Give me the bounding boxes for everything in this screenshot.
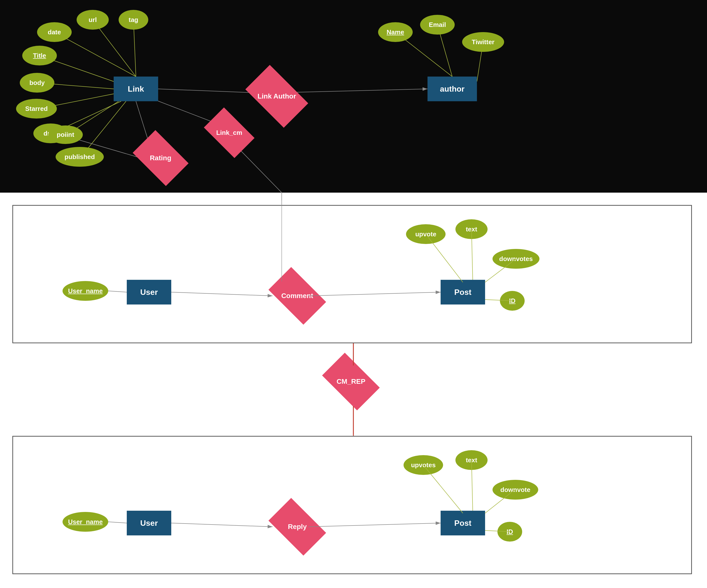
svg-line-51 (108, 522, 127, 523)
attr-tag: tag (119, 10, 148, 30)
attr-body: body (20, 73, 54, 93)
reply-section-box: User Post Reply User_name upvotes text d… (12, 436, 692, 574)
attr-id-1: ID (500, 291, 525, 311)
link-entity: Link (114, 77, 158, 101)
attr-downvote-2: downvote (493, 480, 538, 500)
svg-line-42 (308, 292, 441, 296)
cm-rep-diamond: CM_REP (326, 366, 376, 398)
attr-text-2: text (456, 450, 487, 470)
attr-date: date (37, 22, 72, 42)
comment-diamond: Comment (273, 280, 322, 312)
section1-lines (13, 206, 691, 342)
reply-diamond: Reply (273, 511, 322, 543)
attr-name: Name (378, 22, 413, 42)
attr-url: url (77, 10, 109, 30)
attr-poiint: poiint (48, 125, 83, 144)
top-er-section: Link author Link Author Rating Link_cm u… (0, 0, 707, 193)
attr-email: Email (420, 15, 455, 35)
author-entity: author (428, 77, 477, 101)
rating-diamond: Rating (137, 142, 184, 174)
svg-line-53 (308, 523, 441, 527)
user2-entity: User (127, 511, 171, 536)
section2-lines (13, 437, 691, 574)
user1-entity: User (127, 280, 171, 304)
attr-downvotes-1: downvotes (493, 249, 539, 269)
post2-entity: Post (441, 511, 485, 536)
svg-line-52 (171, 523, 273, 527)
svg-line-40 (108, 291, 127, 292)
svg-line-41 (171, 292, 273, 296)
attr-id-2: ID (498, 522, 522, 542)
attr-text-1: text (456, 219, 487, 239)
top-lines (0, 0, 707, 193)
attr-upvote-1: upvote (406, 224, 445, 244)
comment-section-box: User Post Comment User_name upvote text … (12, 205, 692, 343)
attr-upvotes-2: upvotes (404, 455, 443, 475)
link-cm-diamond: Link_cm (208, 118, 251, 147)
svg-line-9 (158, 89, 252, 93)
attr-title: Title (22, 46, 57, 66)
post1-entity: Post (441, 280, 485, 304)
bottom-er-section: User Post Comment User_name upvote text … (0, 193, 707, 588)
attr-tiwitter: Tiwitter (462, 32, 504, 52)
attr-published: published (56, 147, 104, 167)
attr-user-name-1: User_name (63, 281, 108, 301)
attr-user-name-2: User_name (63, 512, 108, 532)
attr-starred: Starred (16, 99, 57, 118)
link-author-diamond: Link Author (249, 79, 304, 114)
